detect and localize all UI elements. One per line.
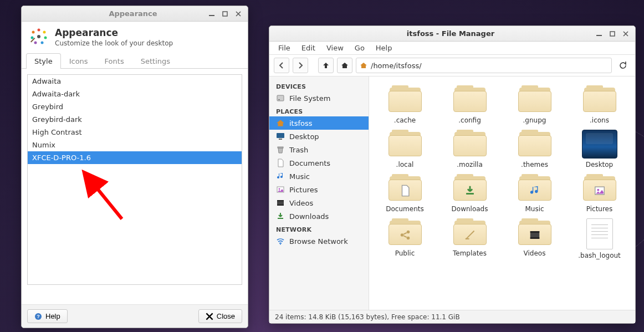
folder-icon — [582, 85, 617, 114]
maximize-button[interactable] — [219, 8, 231, 19]
reload-button[interactable] — [615, 58, 631, 73]
sidebar-item-label: Browse Network — [289, 237, 348, 246]
tab-icons[interactable]: Icons — [61, 53, 96, 69]
file-item[interactable]: .cache — [374, 85, 436, 124]
fm-titlebar[interactable]: itsfoss - File Manager — [269, 26, 635, 42]
fm-statusbar: 24 items: 14.8 KiB (15,163 bytes), Free … — [269, 310, 635, 323]
style-item[interactable]: Greybird — [28, 100, 242, 113]
file-item[interactable]: .gnupg — [503, 85, 566, 124]
disk-icon — [276, 94, 285, 103]
file-label: .cache — [394, 116, 416, 124]
file-label: Pictures — [586, 205, 613, 213]
sidebar-item-browse-network[interactable]: Browse Network — [269, 234, 369, 248]
file-label: .bash_logout — [578, 252, 621, 259]
nav-back-button[interactable] — [274, 58, 289, 73]
style-item[interactable]: High Contrast — [28, 126, 242, 139]
appearance-titlebar[interactable]: Appearance — [22, 6, 248, 22]
file-item[interactable]: Public — [374, 218, 436, 259]
file-item[interactable]: Desktop — [568, 130, 631, 168]
home-icon — [276, 119, 285, 127]
sidebar-item-file-system[interactable]: File System — [269, 91, 369, 105]
style-list[interactable]: AdwaitaAdwaita-darkGreybirdGreybird-dark… — [27, 74, 242, 285]
sidebar-item-label: Documents — [289, 159, 330, 167]
tab-settings[interactable]: Settings — [132, 53, 178, 69]
file-label: Music — [525, 205, 544, 213]
sidebar-item-pictures[interactable]: Pictures — [269, 183, 369, 196]
sidebar-item-downloads[interactable]: Downloads — [269, 210, 369, 223]
sidebar-item-label: Videos — [289, 199, 313, 207]
style-item[interactable]: Numix — [28, 139, 242, 151]
menu-go[interactable]: Go — [349, 42, 370, 54]
menu-view[interactable]: View — [321, 42, 349, 54]
fm-menubar: FileEditViewGoHelp — [269, 42, 635, 55]
file-item[interactable]: .themes — [503, 130, 566, 168]
tab-fonts[interactable]: Fonts — [96, 53, 132, 69]
sidebar-item-documents[interactable]: Documents — [269, 156, 369, 170]
appearance-window: Appearance Appearance Customize the look… — [21, 6, 248, 328]
file-item[interactable]: Music — [503, 174, 566, 213]
fm-file-pane[interactable]: .cache.config.gnupg.icons.local.mozilla.… — [369, 76, 635, 310]
style-item[interactable]: XFCE-D-PRO-1.6 — [28, 151, 242, 164]
file-label: .config — [458, 116, 481, 124]
fm-maximize-button[interactable] — [606, 28, 619, 39]
file-item[interactable]: Downloads — [438, 174, 501, 213]
tab-style[interactable]: Style — [26, 53, 61, 69]
file-item[interactable]: Pictures — [568, 174, 631, 213]
file-manager-window: itsfoss - File Manager FileEditViewGoHel… — [269, 25, 636, 324]
sidebar-item-itsfoss[interactable]: itsfoss — [269, 116, 369, 130]
file-label: .gnupg — [523, 116, 546, 124]
trash-icon — [276, 145, 285, 154]
minimize-button[interactable] — [206, 8, 218, 19]
file-label: .themes — [521, 161, 548, 168]
desktop-icon — [276, 132, 285, 141]
file-item[interactable]: .local — [374, 130, 436, 168]
sidebar-item-label: Music — [289, 172, 310, 181]
file-item[interactable]: .bash_logout — [568, 218, 631, 259]
menu-help[interactable]: Help — [370, 42, 398, 54]
appearance-header-subtitle: Customize the look of your desktop — [55, 39, 173, 47]
folder-icon — [517, 174, 553, 203]
menu-edit[interactable]: Edit — [296, 42, 321, 54]
file-item[interactable]: Templates — [438, 218, 501, 259]
folder-icon — [387, 130, 423, 159]
sidebar-heading: PLACES — [269, 105, 369, 116]
sidebar-item-label: File System — [289, 94, 330, 103]
style-item[interactable]: Adwaita-dark — [28, 88, 242, 100]
style-item[interactable]: Greybird-dark — [28, 113, 242, 126]
sidebar-item-desktop[interactable]: Desktop — [269, 130, 369, 143]
help-icon — [34, 313, 42, 320]
nav-forward-button[interactable] — [293, 58, 308, 73]
file-item[interactable]: .icons — [568, 85, 631, 124]
folder-icon — [517, 218, 553, 247]
file-label: .local — [396, 161, 414, 168]
fm-minimize-button[interactable] — [593, 28, 605, 39]
file-item[interactable]: Videos — [503, 218, 566, 259]
nav-up-button[interactable] — [318, 58, 334, 73]
sidebar-item-videos[interactable]: Videos — [269, 196, 369, 210]
pictures-icon — [276, 185, 285, 194]
sidebar-item-trash[interactable]: Trash — [269, 143, 369, 156]
folder-icon — [517, 85, 553, 114]
file-label: .icons — [590, 116, 609, 124]
nav-home-button[interactable] — [337, 58, 352, 73]
folder-icon — [517, 130, 553, 159]
path-bar[interactable]: /home/itsfoss/ — [356, 58, 612, 73]
file-item[interactable]: .mozilla — [438, 130, 501, 168]
close-window-button[interactable] — [232, 8, 244, 19]
fm-close-window-button[interactable] — [620, 28, 632, 39]
style-item[interactable]: Adwaita — [28, 75, 242, 88]
file-item[interactable]: .config — [438, 85, 501, 124]
menu-file[interactable]: File — [273, 42, 296, 54]
fm-status-text: 24 items: 14.8 KiB (15,163 bytes), Free … — [275, 313, 460, 321]
folder-icon — [452, 174, 488, 203]
doc-icon — [276, 159, 285, 167]
close-button[interactable]: Close — [198, 309, 242, 323]
sidebar-item-label: itsfoss — [289, 119, 313, 127]
path-text: /home/itsfoss/ — [371, 62, 422, 70]
wifi-icon — [276, 237, 285, 246]
folder-icon — [452, 130, 488, 159]
home-icon — [360, 62, 367, 69]
file-item[interactable]: Documents — [374, 174, 436, 213]
sidebar-item-music[interactable]: Music — [269, 170, 369, 183]
help-button[interactable]: Help — [27, 309, 68, 323]
